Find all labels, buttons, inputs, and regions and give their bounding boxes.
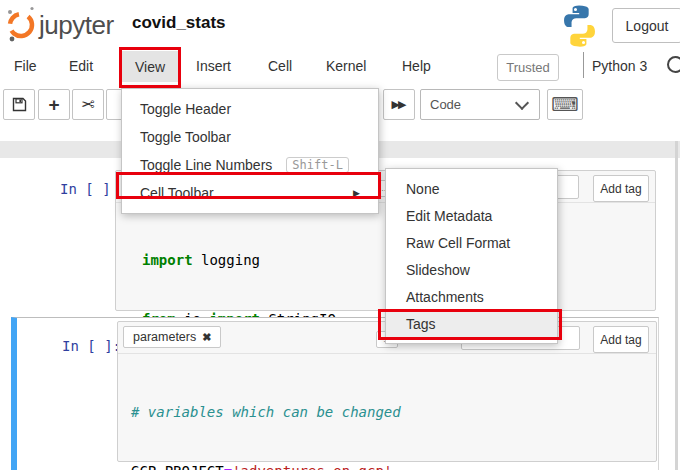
menu-item-label: Slideshow: [406, 262, 470, 278]
menu-edit[interactable]: Edit: [69, 58, 93, 74]
code-line: # variables which can be changed: [131, 403, 656, 423]
chevron-down-icon: [515, 96, 529, 110]
keyboard-icon: ⌨: [551, 93, 578, 116]
code-token: logging: [193, 252, 260, 268]
keyboard-shortcut-badge: Shift-L: [286, 157, 349, 173]
submenu-item-attachments[interactable]: Attachments: [386, 283, 557, 310]
notebook-title[interactable]: covid_stats: [132, 13, 226, 33]
code-token: import: [142, 252, 193, 268]
cell2-input-prompt: In [ ]:: [62, 338, 121, 354]
cell2-add-tag-button[interactable]: Add tag: [593, 326, 649, 353]
save-icon: [12, 97, 27, 112]
cell2-tag-parameters[interactable]: parameters ✖: [123, 326, 221, 348]
view-dropdown-menu: Toggle Header Toggle Toolbar Toggle Line…: [121, 88, 379, 214]
menu-item-label: Toggle Line Numbers: [140, 157, 272, 173]
scrollbar[interactable]: [675, 141, 678, 470]
code-line: GCP_PROJECT='adventures-on-gcp': [131, 462, 656, 470]
cell2-code-editor[interactable]: # variables which can be changed GCP_PRO…: [118, 354, 656, 470]
menu-item-label: Attachments: [406, 289, 484, 305]
menu-file[interactable]: File: [14, 58, 37, 74]
jupyter-logo-text: jupyter: [38, 10, 114, 40]
submenu-item-tags[interactable]: Tags: [386, 310, 557, 337]
trusted-badge: Trusted: [497, 54, 559, 81]
cut-cell-button[interactable]: ✂: [72, 89, 104, 120]
kernel-separator: [583, 52, 584, 78]
code-token: 'adventures-on-gcp': [232, 463, 392, 470]
menu-item-label: Edit Metadata: [406, 208, 492, 224]
jupyter-logo-icon[interactable]: jupyter: [6, 5, 131, 45]
jupyter-notebook-window: jupyter covid_stats Logout File Edit Vie…: [0, 0, 680, 470]
menu-help[interactable]: Help: [402, 58, 431, 74]
submenu-item-none[interactable]: None: [386, 175, 557, 202]
menu-item-toggle-header[interactable]: Toggle Header: [122, 95, 378, 123]
cell-type-select[interactable]: Code: [420, 89, 540, 120]
submenu-item-raw-cell-format[interactable]: Raw Cell Format: [386, 229, 557, 256]
close-icon[interactable]: ✖: [202, 331, 211, 344]
menu-insert[interactable]: Insert: [196, 58, 231, 74]
plus-icon: +: [48, 94, 59, 116]
python-logo-icon: [563, 4, 596, 48]
code-token: GCP_PROJECT: [131, 463, 224, 470]
scissors-icon: ✂: [81, 95, 94, 114]
menu-item-label: None: [406, 181, 439, 197]
code-token: # variables which can be changed: [131, 404, 401, 420]
menu-item-cell-toolbar[interactable]: Cell Toolbar ▶: [122, 179, 378, 207]
fast-forward-icon: ▶▶: [392, 98, 405, 111]
cell-type-value: Code: [430, 97, 461, 112]
menu-item-label: Tags: [406, 316, 436, 332]
menu-item-label: Toggle Header: [140, 101, 231, 117]
kernel-status-icon: [667, 56, 680, 73]
logout-button[interactable]: Logout: [612, 8, 680, 43]
cell1-input-prompt: In [ ]: [60, 181, 111, 197]
menu-item-label: Toggle Toolbar: [140, 129, 231, 145]
menu-cell[interactable]: Cell: [268, 58, 292, 74]
menu-item-toggle-toolbar[interactable]: Toggle Toolbar: [122, 123, 378, 151]
cell1-add-tag-button[interactable]: Add tag: [593, 175, 649, 202]
menu-view[interactable]: View: [122, 51, 178, 82]
kernel-name: Python 3: [592, 58, 647, 74]
save-button[interactable]: [3, 89, 35, 120]
menu-item-toggle-line-numbers[interactable]: Toggle Line Numbers Shift-L: [122, 151, 378, 179]
submenu-item-edit-metadata[interactable]: Edit Metadata: [386, 202, 557, 229]
menu-item-label: Cell Toolbar: [140, 185, 214, 201]
tag-label: parameters: [133, 330, 196, 344]
menu-item-label: Raw Cell Format: [406, 235, 510, 251]
command-palette-button[interactable]: ⌨: [547, 89, 583, 120]
add-cell-button[interactable]: +: [38, 89, 70, 120]
run-all-button[interactable]: ▶▶: [383, 89, 415, 120]
code-token: =: [224, 463, 232, 470]
menu-kernel[interactable]: Kernel: [326, 58, 366, 74]
cell-toolbar-submenu: None Edit Metadata Raw Cell Format Slide…: [385, 168, 558, 344]
submenu-item-slideshow[interactable]: Slideshow: [386, 256, 557, 283]
submenu-arrow-icon: ▶: [353, 188, 360, 198]
